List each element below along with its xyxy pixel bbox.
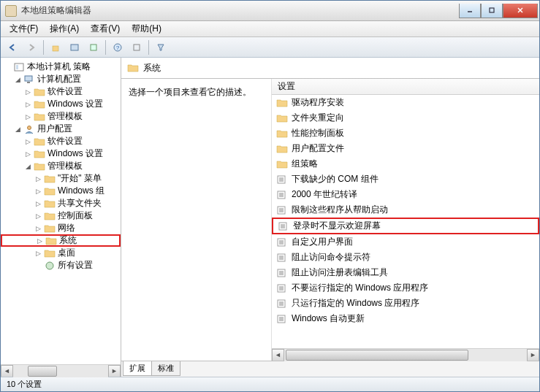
show-hide-button[interactable] bbox=[66, 39, 83, 55]
list-setting-5[interactable]: 阻止访问命令提示符 bbox=[272, 250, 539, 265]
toggle-icon[interactable]: ▷ bbox=[24, 137, 32, 145]
status-text: 10 个设置 bbox=[7, 379, 42, 390]
tree-user-child-0[interactable]: ▷软件设置 bbox=[1, 135, 121, 147]
tab-standard[interactable]: 标准 bbox=[151, 361, 180, 376]
toggle-icon[interactable]: ▷ bbox=[24, 112, 32, 120]
toggle-icon[interactable] bbox=[34, 261, 42, 269]
svg-rect-11 bbox=[16, 65, 18, 69]
back-button[interactable] bbox=[4, 39, 21, 55]
all-settings-icon bbox=[44, 261, 56, 271]
list-folder-1[interactable]: 文件夹重定向 bbox=[272, 110, 539, 126]
tree-computer-child-2[interactable]: ▷管理模板 bbox=[1, 110, 121, 123]
toggle-icon[interactable]: ▷ bbox=[34, 249, 42, 257]
tree-label: 用户配置 bbox=[37, 123, 72, 135]
menu-file[interactable]: 文件(F) bbox=[4, 21, 44, 36]
svg-rect-4 bbox=[53, 46, 58, 51]
toggle-icon[interactable]: ◢ bbox=[14, 75, 22, 83]
toggle-icon[interactable] bbox=[4, 63, 12, 71]
toggle-icon[interactable]: ▷ bbox=[34, 212, 42, 220]
tree-admin-child-5[interactable]: ▷系统 bbox=[1, 234, 121, 247]
list-header-label: 设置 bbox=[278, 80, 295, 93]
list-setting-2[interactable]: 限制这些程序从帮助启动 bbox=[272, 202, 539, 218]
tree-root[interactable]: 本地计算机 策略 bbox=[1, 61, 121, 73]
details-body: 选择一个项目来查看它的描述。 设置 驱动程序安装文件夹重定向性能控制面板用户配置… bbox=[121, 79, 539, 361]
close-button[interactable] bbox=[503, 4, 538, 18]
toggle-icon[interactable]: ▷ bbox=[24, 88, 32, 96]
toggle-icon[interactable]: ▷ bbox=[24, 150, 32, 158]
list-label: 组策略 bbox=[292, 158, 318, 170]
tree-computer-child-0[interactable]: ▷软件设置 bbox=[1, 85, 121, 98]
setting-icon bbox=[276, 268, 288, 278]
toggle-icon[interactable]: ▷ bbox=[34, 174, 42, 182]
tree-label: 所有设置 bbox=[58, 259, 93, 272]
scroll-track[interactable] bbox=[13, 365, 108, 377]
toggle-icon[interactable]: ◢ bbox=[24, 162, 32, 170]
details-pane: 系统 选择一个项目来查看它的描述。 设置 驱动程序安装文件夹重定向性能控制面板用… bbox=[121, 58, 539, 377]
folder-icon bbox=[34, 112, 45, 122]
scroll-right-button[interactable]: ► bbox=[108, 365, 121, 377]
list-setting-6[interactable]: 阻止访问注册表编辑工具 bbox=[272, 265, 539, 280]
tree-scrollbar[interactable]: ◄ ► bbox=[1, 364, 121, 377]
toggle-icon[interactable]: ▷ bbox=[34, 199, 42, 207]
properties-button[interactable] bbox=[128, 39, 145, 55]
toggle-icon[interactable]: ◢ bbox=[14, 125, 22, 133]
tree-admin-child-0[interactable]: ▷"开始" 菜单 bbox=[1, 172, 121, 185]
app-icon bbox=[5, 5, 17, 17]
list-setting-1[interactable]: 2000 年世纪转译 bbox=[272, 187, 539, 202]
tree-computer-child-1[interactable]: ▷Windows 设置 bbox=[1, 98, 121, 110]
list-setting-9[interactable]: Windows 自动更新 bbox=[272, 311, 539, 326]
list-setting-0[interactable]: 下载缺少的 COM 组件 bbox=[272, 172, 539, 187]
scroll-left-button[interactable]: ◄ bbox=[1, 365, 13, 377]
tree-admin-child-1[interactable]: ▷Windows 组 bbox=[1, 185, 121, 197]
tree-admin-templates[interactable]: ◢管理模板 bbox=[1, 160, 121, 172]
up-button[interactable] bbox=[47, 39, 64, 55]
list-folder-0[interactable]: 驱动程序安装 bbox=[272, 95, 539, 110]
menu-help[interactable]: 帮助(H) bbox=[126, 21, 167, 36]
export-button[interactable] bbox=[85, 39, 102, 55]
list-header[interactable]: 设置 bbox=[272, 79, 539, 95]
window-title: 本地组策略编辑器 bbox=[21, 4, 459, 17]
tree-user-child-1[interactable]: ▷Windows 设置 bbox=[1, 147, 121, 160]
list-folder-3[interactable]: 用户配置文件 bbox=[272, 141, 539, 156]
separator bbox=[43, 40, 44, 55]
tree-admin-child-3[interactable]: ▷控制面板 bbox=[1, 210, 121, 222]
toggle-icon[interactable]: ▷ bbox=[34, 187, 42, 195]
list-label: 性能控制面板 bbox=[292, 127, 344, 139]
list-setting-8[interactable]: 只运行指定的 Windows 应用程序 bbox=[272, 296, 539, 311]
tree-admin-child-7[interactable]: 所有设置 bbox=[1, 259, 121, 272]
tab-extended[interactable]: 扩展 bbox=[123, 361, 152, 376]
toggle-icon[interactable]: ▷ bbox=[24, 100, 32, 108]
computer-icon bbox=[23, 74, 35, 85]
list-setting-7[interactable]: 不要运行指定的 Windows 应用程序 bbox=[272, 280, 539, 296]
minimize-button[interactable] bbox=[459, 4, 481, 18]
separator bbox=[148, 40, 149, 55]
policy-icon bbox=[13, 62, 25, 72]
scroll-track[interactable] bbox=[284, 349, 527, 361]
list-label: 用户配置文件 bbox=[292, 142, 344, 155]
menu-action[interactable]: 操作(A) bbox=[44, 21, 85, 36]
tree-user-config[interactable]: ◢用户配置 bbox=[1, 123, 121, 135]
list-setting-3[interactable]: 登录时不显示欢迎屏幕 bbox=[272, 218, 539, 234]
tree-computer-config[interactable]: ◢计算机配置 bbox=[1, 73, 121, 85]
toggle-icon[interactable]: ▷ bbox=[34, 224, 42, 232]
tree-admin-child-4[interactable]: ▷网络 bbox=[1, 222, 121, 234]
tree-admin-child-6[interactable]: ▷桌面 bbox=[1, 247, 121, 259]
filter-button[interactable] bbox=[152, 39, 170, 55]
toggle-icon[interactable]: ▷ bbox=[36, 237, 44, 245]
folder-icon bbox=[44, 211, 56, 221]
list-scrollbar[interactable]: ◄ ► bbox=[272, 348, 539, 361]
scroll-right-button[interactable]: ► bbox=[527, 349, 539, 361]
scroll-thumb[interactable] bbox=[28, 366, 57, 377]
menu-view[interactable]: 查看(V) bbox=[85, 21, 126, 36]
scroll-left-button[interactable]: ◄ bbox=[272, 349, 284, 361]
help-button[interactable]: ? bbox=[109, 39, 126, 55]
main-window: 本地组策略编辑器 文件(F) 操作(A) 查看(V) 帮助(H) ? 本地计算机… bbox=[0, 0, 540, 392]
list-setting-4[interactable]: 自定义用户界面 bbox=[272, 234, 539, 250]
maximize-button[interactable] bbox=[481, 4, 503, 18]
folder-icon bbox=[44, 223, 56, 234]
scroll-thumb[interactable] bbox=[286, 350, 468, 361]
tree-admin-child-2[interactable]: ▷共享文件夹 bbox=[1, 197, 121, 210]
list-folder-4[interactable]: 组策略 bbox=[272, 156, 539, 172]
list-folder-2[interactable]: 性能控制面板 bbox=[272, 126, 539, 141]
folder-icon bbox=[127, 63, 139, 73]
